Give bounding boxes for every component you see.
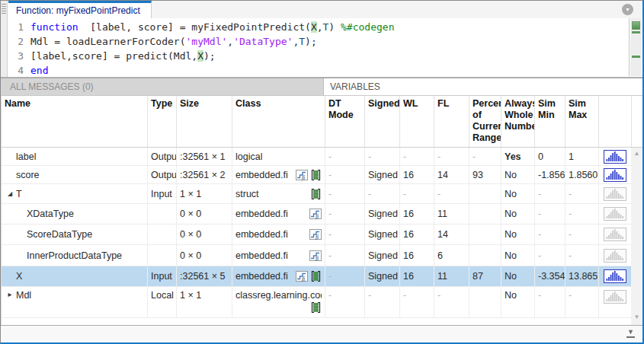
histogram-icon[interactable] — [604, 150, 626, 164]
cell-type: Local — [148, 287, 177, 317]
tab-variables[interactable]: VARIABLES — [324, 78, 642, 95]
code-line: 4end — [8, 63, 629, 76]
cell-whole: No — [501, 287, 535, 317]
vertical-scrollbar[interactable]: ▲ ▼ — [631, 148, 642, 325]
tab-all-messages[interactable]: ALL MESSAGES (0) — [1, 78, 324, 95]
table-header-row: NameTypeSizeClassDT ModeSignedWLFLPercen… — [2, 96, 642, 148]
cell-name: ◢T — [2, 184, 148, 203]
tree-toggle-icon[interactable]: ◢ — [4, 190, 16, 197]
analyzer-status-icon[interactable] — [632, 21, 640, 30]
svg-text:fi: fi — [302, 276, 305, 282]
cell-min: -3.354 — [535, 266, 566, 286]
log-data-icon — [310, 169, 322, 181]
cell-class: embedded.fifi — [232, 266, 325, 286]
cell-name: score — [2, 166, 148, 183]
cell-hist — [599, 245, 632, 266]
cell-signed: - — [365, 287, 400, 317]
table-row[interactable]: ▸MdlLocal1 × 1classreg.learning.cod----N… — [2, 287, 632, 318]
cell-hist — [599, 148, 632, 165]
scroll-up-icon[interactable]: ▲ — [631, 148, 642, 160]
cell-signed: - — [365, 184, 400, 203]
panel-splitter-rail[interactable] — [1, 1, 8, 77]
scroll-down-icon[interactable]: ▼ — [631, 311, 642, 323]
cell-fl: 11 — [434, 204, 469, 224]
cell-signed: Signed — [365, 166, 400, 183]
table-row[interactable]: ◢TInput1 × 1struct----No-- — [2, 184, 632, 204]
cell-whole: Yes — [501, 148, 535, 165]
cell-class: embedded.fifi — [232, 204, 325, 224]
cell-fl: 11 — [434, 266, 469, 286]
histogram-icon[interactable] — [604, 187, 626, 201]
cell-type — [148, 245, 177, 266]
histogram-icon[interactable] — [604, 290, 626, 304]
tab-function[interactable]: Function: myFixedPointPredict — [8, 1, 152, 18]
cell-size: 0 × 0 — [177, 245, 232, 266]
code-analyzer-strip — [630, 18, 642, 76]
table-row[interactable]: XDataType0 × 0embedded.fifi-Signed1611No… — [2, 204, 632, 225]
cell-wl: - — [400, 184, 434, 203]
table-body: labelOutput:32561 × 1logical-----Yes01sc… — [2, 148, 632, 325]
cell-size: 0 × 0 — [177, 204, 232, 224]
cell-size: :32561 × 1 — [177, 148, 232, 165]
cell-wl: 16 — [400, 225, 434, 244]
column-header-wl: WL — [400, 96, 434, 147]
cell-min: -1.856 — [535, 166, 566, 183]
cell-wl: - — [400, 287, 434, 317]
analyzer-marker-icon[interactable] — [632, 31, 640, 33]
collapse-panel-button[interactable]: ▼ — [626, 329, 636, 338]
table-row[interactable]: ScoreDataType0 × 0embedded.fifi-Signed16… — [2, 225, 632, 245]
histogram-icon[interactable] — [604, 207, 626, 221]
histogram-icon[interactable] — [604, 228, 626, 241]
cell-pct — [469, 245, 501, 266]
tree-toggle-icon[interactable]: ▸ — [4, 290, 16, 298]
variables-table: NameTypeSizeClassDT ModeSignedWLFLPercen… — [1, 96, 642, 325]
cell-dt: - — [325, 184, 365, 203]
class-name: logical — [235, 151, 262, 162]
cell-dt: - — [325, 266, 365, 286]
class-name: embedded.fi — [235, 170, 288, 180]
table-row[interactable]: labelOutput:32561 × 1logical-----Yes01 — [2, 148, 632, 166]
histogram-icon[interactable] — [604, 168, 626, 182]
code-line: 1function [label, score] = myFixedPointP… — [8, 20, 629, 34]
table-row[interactable]: scoreOutput:32561 × 2embedded.fifi-Signe… — [2, 166, 632, 184]
column-header-fl: FL — [434, 96, 469, 147]
variable-name: score — [16, 170, 40, 180]
analyzer-marker-icon[interactable] — [632, 56, 640, 58]
cell-whole: No — [501, 266, 535, 286]
code-lines[interactable]: 1function [label, score] = myFixedPointP… — [8, 18, 630, 76]
table-row[interactable]: XInput:32561 × 5embedded.fifi-Signed1611… — [2, 266, 632, 287]
collapse-editor-button[interactable]: ▼ — [622, 4, 633, 15]
cell-min: 0 — [535, 148, 566, 165]
cell-type — [148, 204, 177, 224]
histogram-icon[interactable] — [604, 249, 626, 263]
line-number: 1 — [8, 20, 24, 34]
editor-tab-bar: Function: myFixedPointPredict ▼ — [8, 1, 642, 18]
cell-min: - — [535, 245, 566, 266]
cell-min: - — [535, 184, 566, 203]
cell-class: embedded.fifi — [232, 245, 325, 266]
class-name: struct — [235, 189, 259, 199]
log-data-icon — [310, 270, 322, 282]
column-header-class: Class — [232, 96, 325, 147]
cell-min: - — [535, 204, 566, 224]
cell-max: - — [566, 204, 599, 224]
cell-pct: 87 — [469, 266, 501, 286]
fi-type-icon: fi — [296, 271, 308, 282]
cell-class: classreg.learning.cod — [232, 287, 325, 317]
cell-size: 1 × 1 — [177, 287, 232, 317]
table-row[interactable]: InnerProductDataType0 × 0embedded.fifi-S… — [2, 245, 632, 266]
log-data-icon — [310, 301, 322, 314]
code-line: 2Mdl = loadLearnerForCoder('myMdl','Data… — [8, 34, 629, 49]
cell-dt: - — [325, 204, 365, 224]
log-data-icon — [310, 188, 322, 200]
variable-name: T — [16, 189, 22, 199]
variable-name: X — [16, 271, 22, 282]
svg-text:fi: fi — [316, 213, 319, 220]
cell-max: - — [566, 245, 599, 266]
class-name: embedded.fi — [235, 229, 288, 240]
histogram-icon[interactable] — [604, 269, 626, 283]
cell-wl: - — [400, 148, 434, 165]
line-number: 2 — [8, 34, 24, 49]
cell-max: - — [566, 184, 599, 203]
cell-hist — [599, 204, 632, 224]
